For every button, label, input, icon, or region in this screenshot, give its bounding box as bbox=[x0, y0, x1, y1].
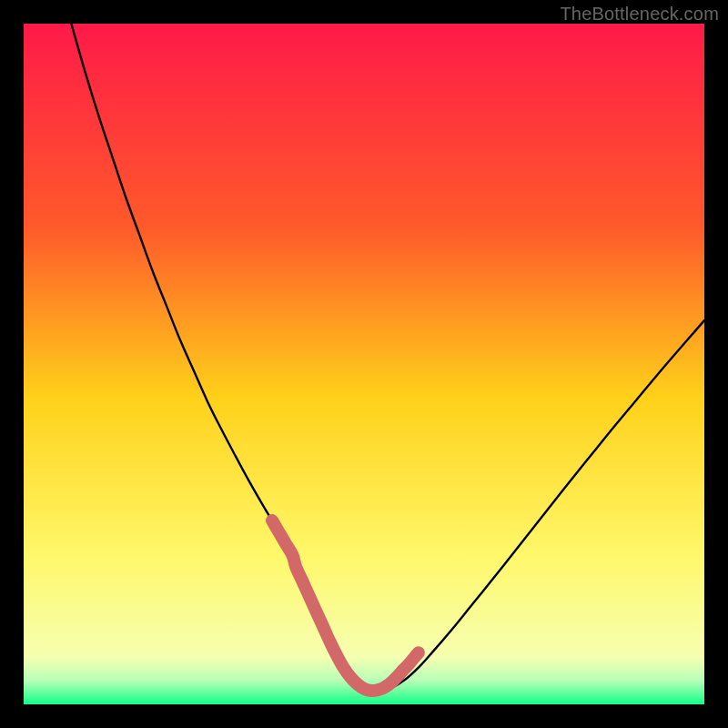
chart-svg bbox=[24, 24, 704, 704]
watermark-text: TheBottleneck.com bbox=[560, 4, 719, 25]
gradient-background bbox=[24, 24, 704, 704]
chart-plot-area bbox=[24, 24, 704, 704]
chart-stage: TheBottleneck.com bbox=[0, 0, 728, 728]
